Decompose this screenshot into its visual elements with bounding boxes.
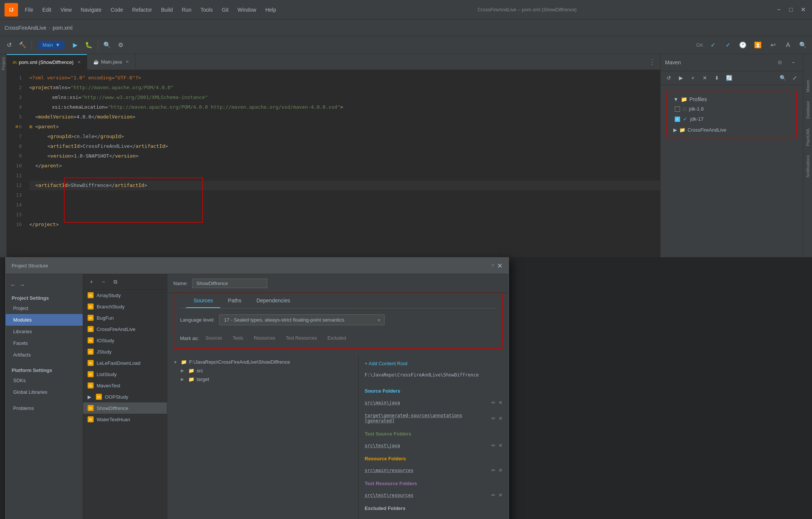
module-WaterTextHuan[interactable]: m WaterTextHuan — [83, 414, 167, 425]
maven-expand-button[interactable]: ⤢ — [789, 73, 800, 83]
maven-remove-button[interactable]: ✕ — [700, 73, 710, 83]
mark-excluded-button[interactable]: Excluded — [324, 334, 350, 342]
module-ListStudy[interactable]: m ListStudy — [83, 369, 167, 380]
settings-button[interactable]: ⚙ — [115, 39, 127, 51]
right-strip-database[interactable]: Database — [804, 98, 812, 122]
module-CrossFireAndLive[interactable]: m CrossFireAndLive — [83, 323, 167, 335]
project-name-label[interactable]: CrossFireAndLive — [5, 25, 46, 31]
nav-problems[interactable]: Problems — [6, 402, 83, 414]
tabs-more-button[interactable]: ⋮ — [644, 58, 660, 66]
menu-view[interactable]: View — [57, 5, 76, 14]
maven-refresh-button[interactable]: ↺ — [664, 73, 674, 83]
minimize-button[interactable]: − — [774, 5, 783, 14]
nav-facets[interactable]: Facets — [6, 337, 83, 349]
menu-file[interactable]: File — [21, 5, 37, 14]
tab-java-close[interactable]: ✕ — [126, 59, 129, 64]
tab-pom-close[interactable]: ✕ — [77, 60, 81, 65]
mark-resources-button[interactable]: Resources — [250, 334, 279, 342]
add-module-button[interactable]: + — [86, 276, 97, 287]
nav-artifacts[interactable]: Artifacts — [6, 349, 83, 361]
mark-tests-button[interactable]: Tests — [229, 334, 247, 342]
code-content[interactable]: <?xml version="1.0" encoding="UTF-8"?> <… — [26, 70, 660, 257]
nav-forward-button[interactable]: → — [19, 282, 25, 288]
tab-dependencies[interactable]: Dependencies — [249, 294, 298, 308]
run-config-selector[interactable]: Main ▼ — [38, 41, 65, 49]
resource-folder-1-delete[interactable]: ✕ — [498, 467, 503, 473]
tree-src[interactable]: ▶ 📁 src — [167, 366, 358, 375]
build-button[interactable]: 🔨 — [17, 39, 29, 51]
remove-module-button[interactable]: − — [98, 276, 109, 287]
right-strip-plantuml[interactable]: PlantUML — [804, 125, 812, 149]
refresh-button[interactable]: ↺ — [3, 39, 15, 51]
menu-tools[interactable]: Tools — [197, 5, 217, 14]
profile-jdk17[interactable]: ✓ ✓ jdk-17 — [670, 114, 793, 124]
maven-run-button[interactable]: ▶ — [676, 73, 686, 83]
search-button[interactable]: 🔍 — [101, 39, 113, 51]
module-ShowDiffrence[interactable]: m ShowDiffrence — [83, 402, 167, 414]
dialog-help-icon[interactable]: ? — [491, 263, 494, 269]
run-button[interactable]: ▶ — [69, 39, 81, 51]
module-BugFun[interactable]: m BugFun — [83, 312, 167, 323]
profile-jdk18[interactable]: □ jdk-1.8 — [670, 104, 793, 114]
test-resource-1-edit[interactable]: ✏ — [491, 492, 495, 498]
module-expand-arrow[interactable]: ▶ — [88, 394, 93, 400]
debug-button[interactable]: 🐛 — [83, 39, 95, 51]
module-ArrayStudy[interactable]: m ArrayStudy — [83, 290, 167, 301]
menu-window[interactable]: Window — [234, 5, 260, 14]
tab-pom-xml[interactable]: m pom.xml (ShowDiffrence) ✕ — [7, 54, 87, 70]
dialog-close-button[interactable]: ✕ — [497, 262, 503, 270]
git-history-button[interactable]: 🕐 — [737, 39, 749, 51]
right-strip-notifications[interactable]: Notifications — [804, 152, 812, 181]
tab-main-java[interactable]: ☕ Main.java ✕ — [87, 54, 136, 70]
tree-root[interactable]: ▼ 📁 F:\JavaRepo\CrossFireAndLive\ShowDif… — [167, 358, 358, 366]
module-MavenTest[interactable]: m MavenTest — [83, 380, 167, 391]
find-button[interactable]: 🔍 — [797, 39, 809, 51]
test-folder-1-edit[interactable]: ✏ — [491, 443, 495, 448]
mark-sources-button[interactable]: Sources — [202, 334, 226, 342]
translate-button[interactable]: A — [782, 39, 794, 51]
menu-code[interactable]: Code — [107, 5, 127, 14]
maven-search-button[interactable]: 🔍 — [777, 73, 788, 83]
source-folder-1-edit[interactable]: ✏ — [491, 400, 495, 405]
tab-sources[interactable]: Sources — [186, 294, 220, 308]
module-JStudy[interactable]: m JStudy — [83, 346, 167, 357]
module-BranchStudy[interactable]: m BranchStudy — [83, 301, 167, 312]
menu-refactor[interactable]: Refactor — [129, 5, 156, 14]
maven-add-button[interactable]: + — [688, 73, 698, 83]
nav-modules[interactable]: Modules — [6, 314, 83, 326]
git-push-button[interactable]: ✓ — [722, 39, 734, 51]
module-IOStudy[interactable]: m IOStudy — [83, 335, 167, 346]
source-folder-1-delete[interactable]: ✕ — [498, 400, 503, 405]
module-LeLeFastDownLoad[interactable]: m LeLeFastDownLoad — [83, 357, 167, 369]
maven-project-row[interactable]: ▶ 📁 CrossFireAndLive — [670, 126, 793, 134]
menu-help[interactable]: Help — [262, 5, 280, 14]
test-resource-1-delete[interactable]: ✕ — [498, 492, 503, 498]
nav-libraries[interactable]: Libraries — [6, 326, 83, 337]
name-field-input[interactable] — [192, 279, 267, 288]
menu-run[interactable]: Run — [178, 5, 195, 14]
git-check-button[interactable]: ✓ — [707, 39, 719, 51]
menu-navigate[interactable]: Navigate — [77, 5, 105, 14]
git-annotate-button[interactable]: ⏫ — [752, 39, 764, 51]
profiles-expand-arrow[interactable]: ▼ — [673, 96, 679, 102]
copy-module-button[interactable]: ⧉ — [110, 276, 121, 287]
breadcrumb-file[interactable]: pom.xml — [53, 25, 73, 31]
profile-jdk18-checkbox[interactable] — [675, 106, 680, 112]
code-editor[interactable]: 1 2 3 4 5 m 6 7 8 9 10 11 12 13 14 15 16… — [7, 70, 660, 257]
add-content-root-button[interactable]: + Add Content Root — [365, 361, 503, 366]
menu-build[interactable]: Build — [157, 5, 176, 14]
undo-button[interactable]: ↩ — [767, 39, 779, 51]
tab-paths[interactable]: Paths — [220, 294, 249, 308]
close-button[interactable]: ✕ — [798, 5, 807, 14]
menu-edit[interactable]: Edit — [39, 5, 55, 14]
maximize-button[interactable]: □ — [786, 5, 795, 14]
menu-git[interactable]: Git — [218, 5, 232, 14]
source-folder-2-delete[interactable]: ✕ — [498, 416, 503, 421]
nav-back-button[interactable]: ← — [10, 282, 16, 288]
maven-update-button[interactable]: 🔄 — [724, 73, 734, 83]
right-strip-maven[interactable]: Maven — [804, 77, 812, 95]
tree-target[interactable]: ▶ 📁 target — [167, 375, 358, 384]
source-folder-2-edit[interactable]: ✏ — [491, 416, 495, 421]
test-folder-1-delete[interactable]: ✕ — [498, 443, 503, 448]
nav-project[interactable]: Project — [6, 302, 83, 314]
